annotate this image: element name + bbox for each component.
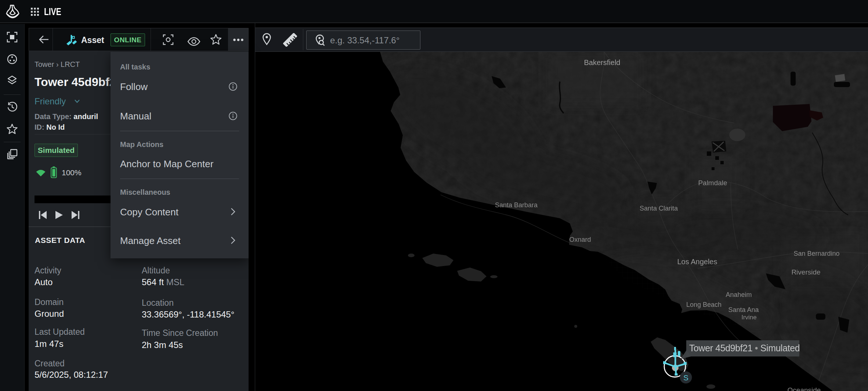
svg-text:Santa Ana: Santa Ana xyxy=(728,306,759,313)
svg-text:Riverside: Riverside xyxy=(791,268,820,276)
svg-text:S: S xyxy=(683,373,688,382)
svg-text:Tower 45d9bf21 • Simulated: Tower 45d9bf21 • Simulated xyxy=(689,343,800,353)
svg-text:Los Angeles: Los Angeles xyxy=(677,258,717,266)
svg-text:Irvine: Irvine xyxy=(741,314,757,321)
svg-text:San Bernardino: San Bernardino xyxy=(793,250,839,257)
svg-text:Santa Barbara: Santa Barbara xyxy=(495,201,538,209)
svg-text:Bakersfield: Bakersfield xyxy=(584,58,621,67)
svg-text:Oxnard: Oxnard xyxy=(569,236,591,243)
svg-text:Palmdale: Palmdale xyxy=(698,179,727,187)
svg-text:Oceanside: Oceanside xyxy=(788,386,821,391)
svg-text:Long Beach: Long Beach xyxy=(686,301,721,308)
svg-text:Anaheim: Anaheim xyxy=(726,291,752,298)
svg-text:Santa Clarita: Santa Clarita xyxy=(640,205,678,212)
